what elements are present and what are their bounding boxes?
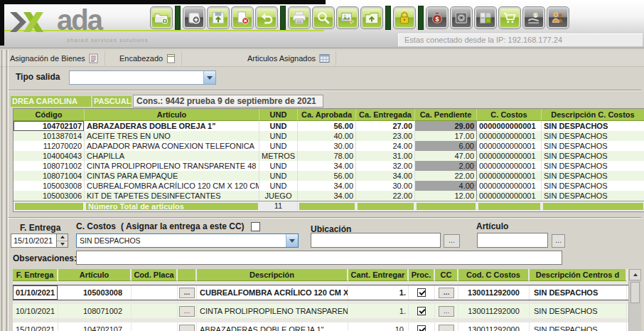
cc-lookup-button[interactable]: ... <box>439 325 454 331</box>
cell-articulo[interactable]: 105003008 <box>58 285 132 300</box>
cell-pendiente[interactable]: 47.00 <box>415 151 477 161</box>
f-entrega-date-input[interactable]: 15/10/2021 <box>11 233 68 248</box>
cell-c-costos[interactable]: 0000000000001 <box>477 161 542 171</box>
spinner-up-button[interactable] <box>57 234 68 241</box>
cell-descripcion[interactable]: CUBREALFOMBRA ACRÍLICO 120 CM X 120 <box>197 285 348 300</box>
upload-folder-button[interactable] <box>361 7 382 28</box>
cell-articulo[interactable]: CHAPILLA <box>85 151 259 161</box>
entrega-row[interactable]: 10/10/2021108071002...CINTA PROLIPROPILE… <box>13 304 628 318</box>
article-row[interactable]: 108071004CINTAS PARA EMPAQUEUND56.0034.0… <box>14 171 644 181</box>
delete-button[interactable] <box>232 7 253 28</box>
cell-aprobada[interactable]: 34.00 <box>298 191 356 201</box>
cell-pendiente[interactable]: 6.00 <box>415 141 477 151</box>
cell-aprobada[interactable]: 40.00 <box>298 131 356 141</box>
cell-descripcion[interactable]: SIN DESPACHOS <box>542 131 644 141</box>
ubicacion-lookup-button[interactable]: ... <box>444 234 460 248</box>
cell-articulo[interactable]: ADAPADOR PARWA CONEXION TELEFONICA <box>85 141 259 151</box>
cell-aprobada[interactable]: 78.00 <box>298 151 356 161</box>
proc-checkbox[interactable] <box>417 288 426 297</box>
export-button[interactable] <box>337 7 358 28</box>
cell-descripcion[interactable]: SIN DESPACHOS <box>542 141 644 151</box>
cell-articulo[interactable]: ACEITE TRES EN UNO <box>85 131 259 141</box>
placa-lookup-button[interactable]: ... <box>179 325 195 331</box>
modules-button[interactable] <box>475 7 496 28</box>
cell-entregada[interactable]: 27.00 <box>356 121 415 131</box>
money-bag-button[interactable]: $ <box>426 7 448 28</box>
cell-c-costos[interactable]: 0000000000001 <box>477 151 542 161</box>
placa-lookup-button[interactable]: ... <box>179 288 195 298</box>
cell-f-entrega[interactable]: 15/10/2021 <box>13 322 58 331</box>
cell-pendiente[interactable]: 22.00 <box>415 171 477 181</box>
cell-descripcion-cc[interactable]: SIN DESPACHOS <box>530 285 627 300</box>
entrega-row[interactable]: 01/10/2021105003008...CUBREALFOMBRA ACRÍ… <box>13 285 628 300</box>
cell-codigo[interactable]: 101387014 <box>14 131 85 141</box>
cell-f-entrega[interactable]: 10/10/2021 <box>13 304 58 318</box>
cell-articulo[interactable]: ABRAZADERAS DOBLE OREJA 1" <box>85 121 259 131</box>
cell-und[interactable]: UND <box>259 161 298 171</box>
scroll-up-button[interactable] <box>629 269 641 280</box>
save-button[interactable] <box>208 7 229 28</box>
cell-descripcion-cc[interactable]: SIN DESPACHOS <box>530 304 627 318</box>
cell-pendiente[interactable]: 4.00 <box>415 181 477 191</box>
cell-articulo[interactable]: CINTA PROLIPROPILENO TRANSPARENTE 48 X 1… <box>85 161 259 171</box>
cell-codigo[interactable]: 105003006 <box>14 191 85 201</box>
article-row[interactable]: 101387014ACEITE TRES EN UNOUND40.0023.00… <box>14 131 644 141</box>
cell-c-costos[interactable]: 0000000000001 <box>477 191 542 201</box>
article-row[interactable]: 104004043CHAPILLAMETROS78.0031.0047.0000… <box>14 151 644 161</box>
cell-descripcion[interactable]: SIN DESPACHOS <box>542 171 644 181</box>
cell-aprobada[interactable]: 30.00 <box>298 141 356 151</box>
cell-descripcion[interactable]: SIN DESPACHOS <box>542 161 644 171</box>
articulo-input[interactable] <box>477 233 548 248</box>
cell-f-entrega[interactable]: 01/10/2021 <box>13 285 58 300</box>
tab-articulos-asignados[interactable]: Articulos Asignados <box>242 51 336 65</box>
cell-descripcion[interactable]: SIN DESPACHOS <box>542 181 644 191</box>
cell-c-costos[interactable]: 0000000000001 <box>477 171 542 181</box>
cell-articulo[interactable]: KIT DE TAPETES DESINFECTANTES <box>85 191 259 201</box>
cell-entregada[interactable]: 31.00 <box>356 151 415 161</box>
cell-descripcion[interactable]: SIN DESPACHOS <box>542 191 644 201</box>
proc-checkbox[interactable] <box>417 307 426 315</box>
cell-und[interactable]: UND <box>259 131 298 141</box>
article-row[interactable]: 112070020ADAPADOR PARWA CONEXION TELEFON… <box>14 141 644 151</box>
cell-cod-c-costos[interactable]: 130011292000 <box>458 285 530 300</box>
cell-codigo[interactable]: 105003008 <box>14 181 85 191</box>
vault-button[interactable] <box>451 7 472 28</box>
cell-entregada[interactable]: 32.00 <box>356 161 415 171</box>
cell-c-costos[interactable]: 0000000000001 <box>477 181 542 191</box>
tab-encabezado[interactable]: Encabezado <box>114 51 182 65</box>
spinner-down-button[interactable] <box>57 241 68 248</box>
assign-cc-checkbox[interactable] <box>251 222 260 231</box>
cell-und[interactable]: METROS <box>259 151 298 161</box>
cell-und[interactable]: JUEGO <box>259 191 298 201</box>
cell-codigo[interactable]: 104702107 <box>14 121 85 131</box>
cell-aprobada[interactable]: 34.00 <box>298 161 356 171</box>
dropdown-button[interactable] <box>286 234 298 247</box>
tipo-salida-combobox[interactable] <box>69 70 216 85</box>
cell-entregada[interactable]: 30.00 <box>356 181 415 191</box>
vertical-scrollbar[interactable] <box>628 269 641 331</box>
cell-descripcion[interactable]: SIN DESPACHOS <box>542 151 644 161</box>
article-row[interactable]: 104702107ABRAZADERAS DOBLE OREJA 1"UND56… <box>14 121 644 131</box>
new-record-button[interactable] <box>183 7 205 28</box>
payments-button[interactable]: $ <box>523 7 544 28</box>
cell-articulo[interactable]: 104702107 <box>58 322 132 331</box>
dropdown-button[interactable] <box>203 71 215 84</box>
placa-lookup-button[interactable]: ... <box>179 306 195 317</box>
article-row[interactable]: 108071002CINTA PROLIPROPILENO TRANSPAREN… <box>14 161 644 171</box>
cell-articulo[interactable]: 108071002 <box>58 304 132 318</box>
cc-lookup-button[interactable]: ... <box>439 306 454 317</box>
cell-cod-placa[interactable] <box>132 285 178 300</box>
cell-c-costos[interactable]: 0000000000001 <box>477 121 542 131</box>
cell-codigo[interactable]: 108071004 <box>14 171 85 181</box>
cell-cant-entregar[interactable]: 10. <box>348 322 409 331</box>
search-button[interactable] <box>313 7 334 28</box>
cell-cod-placa[interactable] <box>132 304 178 318</box>
proc-checkbox[interactable] <box>417 325 426 331</box>
cell-c-costos[interactable]: 0000000000001 <box>477 141 542 151</box>
print-button[interactable] <box>289 7 310 28</box>
cell-pendiente[interactable]: 12.00 <box>415 191 477 201</box>
ubicacion-input[interactable] <box>311 233 441 248</box>
cell-cant-entregar[interactable]: 1. <box>348 285 409 300</box>
cell-cod-c-costos[interactable]: 130011292000 <box>458 304 530 318</box>
cell-codigo[interactable]: 104004043 <box>14 151 85 161</box>
